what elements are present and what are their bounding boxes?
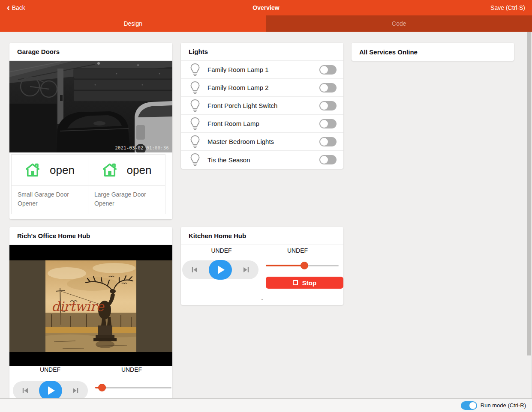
slider-knob[interactable] xyxy=(98,384,106,391)
light-toggle[interactable] xyxy=(319,101,337,110)
tab-bar: Design Code xyxy=(0,15,532,32)
previous-track-button[interactable] xyxy=(191,266,198,274)
play-icon xyxy=(218,266,225,274)
scrollbar-thumb[interactable] xyxy=(527,32,531,355)
slider-track xyxy=(95,387,171,388)
light-row: Family Room Lamp 1 xyxy=(181,61,343,79)
garage-camera-image: 2021-03-02 01:00:36 xyxy=(9,61,172,152)
back-button[interactable]: ‹ Back xyxy=(7,4,25,11)
rich-media-controls xyxy=(13,381,88,400)
kitchen-track-info: - xyxy=(181,296,343,302)
play-button[interactable] xyxy=(39,381,62,400)
save-button[interactable]: Save (Ctrl-S) xyxy=(490,4,525,11)
garage-house-icon xyxy=(102,163,117,177)
lightbulb-icon xyxy=(189,135,201,149)
light-label: Family Room Lamp 1 xyxy=(207,66,319,73)
kitchen-left-status: UNDEF xyxy=(181,247,262,254)
light-toggle[interactable] xyxy=(319,83,337,93)
lightbulb-icon xyxy=(189,99,201,113)
small-garage-open-button[interactable]: open xyxy=(12,155,88,185)
garage-opener-tiles: open Small Garage Door Opener open Large… xyxy=(11,154,165,214)
toggle-knob xyxy=(469,402,476,409)
rich-office-hub-title: Rich's Office Home Hub xyxy=(9,227,172,245)
page-title: Overview xyxy=(0,4,532,11)
lightbulb-icon xyxy=(189,153,201,167)
kitchen-volume-slider[interactable] xyxy=(266,262,339,269)
play-icon xyxy=(48,386,55,395)
services-status-title: All Services Online xyxy=(352,43,514,61)
lightbulb-icon xyxy=(189,117,201,131)
slider-knob[interactable] xyxy=(301,262,308,269)
stop-label: Stop xyxy=(302,279,316,287)
run-mode-toggle[interactable] xyxy=(461,401,477,410)
large-garage-opener-name: Large Garage Door Opener xyxy=(88,185,165,214)
rich-volume-slider[interactable] xyxy=(95,384,171,391)
garage-doors-title: Garage Doors xyxy=(9,43,172,61)
garage-house-icon xyxy=(25,163,40,177)
camera-timestamp: 2021-03-02 01:00:36 xyxy=(115,145,169,151)
now-playing-artwork: dirtwire xyxy=(9,245,172,366)
toggle-knob xyxy=(320,138,328,146)
kitchen-hub-title: Kitchen Home Hub xyxy=(181,227,343,245)
open-action-label: open xyxy=(50,164,75,177)
light-row: Family Room Lamp 2 xyxy=(181,79,343,97)
light-toggle[interactable] xyxy=(319,119,337,128)
album-band-text: dirtwire xyxy=(51,299,105,314)
large-garage-opener-tile: open Large Garage Door Opener xyxy=(88,154,165,214)
next-track-button[interactable] xyxy=(242,266,250,274)
toggle-knob xyxy=(320,84,328,92)
next-track-button[interactable] xyxy=(72,387,79,394)
light-toggle[interactable] xyxy=(319,65,337,75)
services-status-card: All Services Online xyxy=(352,43,514,61)
lights-title: Lights xyxy=(181,43,343,61)
toggle-knob xyxy=(320,120,328,128)
previous-track-button[interactable] xyxy=(21,387,29,394)
stop-button[interactable]: Stop xyxy=(266,277,343,289)
light-row: Front Room Lamp xyxy=(181,115,343,133)
garage-doors-card: Garage Doors xyxy=(9,43,172,219)
light-toggle[interactable] xyxy=(319,155,337,164)
light-row: Tis the Season xyxy=(181,151,343,169)
tab-design[interactable]: Design xyxy=(0,15,266,32)
light-label: Front Room Lamp xyxy=(207,120,319,127)
stop-icon xyxy=(293,280,298,285)
rich-right-status: UNDEF xyxy=(91,366,172,373)
kitchen-right-status: UNDEF xyxy=(259,247,336,254)
lights-card: Lights Family Room Lamp 1 Family Room La… xyxy=(181,43,343,169)
toggle-knob xyxy=(320,102,328,110)
tab-code[interactable]: Code xyxy=(266,15,532,32)
light-label: Family Room Lamp 2 xyxy=(207,84,319,91)
light-row: Front Porch Light Switch xyxy=(181,97,343,115)
small-garage-opener-name: Small Garage Door Opener xyxy=(12,185,88,214)
kitchen-media-controls xyxy=(182,260,258,279)
toggle-knob xyxy=(320,66,328,74)
bottom-bar: Run mode (Ctrl-R) xyxy=(0,398,532,412)
rich-left-status: UNDEF xyxy=(9,366,91,373)
slider-fill xyxy=(266,265,304,266)
back-chevron-icon: ‹ xyxy=(7,4,10,10)
play-button[interactable] xyxy=(209,260,232,280)
light-label: Front Porch Light Switch xyxy=(207,102,319,109)
open-action-label: open xyxy=(127,164,152,177)
lightbulb-icon xyxy=(189,81,201,95)
lightbulb-icon xyxy=(189,63,201,77)
back-label: Back xyxy=(12,4,25,11)
toggle-knob xyxy=(320,156,328,164)
album-art: dirtwire xyxy=(45,260,136,352)
large-garage-open-button[interactable]: open xyxy=(88,155,165,185)
run-mode-label: Run mode (Ctrl-R) xyxy=(481,402,526,409)
light-toggle[interactable] xyxy=(319,137,337,146)
top-bar: ‹ Back Overview Save (Ctrl-S) xyxy=(0,0,532,15)
kitchen-hub-card: Kitchen Home Hub UNDEF UNDEF Stop - xyxy=(181,227,343,305)
light-label: Tis the Season xyxy=(207,156,319,164)
rich-office-hub-card: Rich's Office Home Hub xyxy=(9,227,172,412)
small-garage-opener-tile: open Small Garage Door Opener xyxy=(11,154,88,214)
light-label: Master Bedroom Lights xyxy=(207,138,319,145)
light-row: Master Bedroom Lights xyxy=(181,133,343,151)
